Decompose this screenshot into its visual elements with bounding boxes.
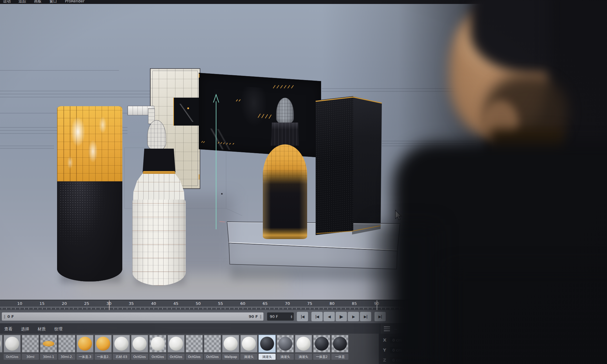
matmenu-item-1[interactable]: 选择 <box>21 326 29 331</box>
material-tile[interactable]: Wallpap <box>222 334 239 363</box>
material-tile[interactable]: OctGlos <box>131 334 148 363</box>
ruler-frame-label: 45 <box>173 301 178 306</box>
previous-frame-button[interactable]: ◀ <box>324 312 335 321</box>
material-tile[interactable]: 一体盖2. <box>95 334 112 363</box>
key-rotation-icon: ( ) <box>487 314 494 320</box>
material-tile[interactable] <box>0 334 2 363</box>
material-tile[interactable]: 一体盖 <box>331 334 348 363</box>
material-thumbnail <box>149 335 166 352</box>
coordinate-row-y: Y0 cm▲▼ <box>383 346 426 354</box>
coordinate-input-x[interactable]: 0 cm▲▼ <box>390 336 426 344</box>
ruler-frame-label: 20 <box>62 301 67 306</box>
play-forward-button[interactable]: ▶ <box>336 312 347 321</box>
key-position-icon <box>457 313 465 320</box>
material-tile[interactable]: 滴灌头 <box>277 334 294 363</box>
keyframe-selection-button[interactable] <box>439 311 453 322</box>
range-start-label: 0 F <box>7 314 14 319</box>
key-parameter-button[interactable]: P <box>498 311 512 322</box>
axis-label: X <box>427 338 433 342</box>
next-key-button[interactable]: ▶| <box>360 312 371 321</box>
ruler-frame-label: 40 <box>151 301 156 306</box>
material-label: OctGlos <box>168 354 185 360</box>
hamburger-menu-icon[interactable] <box>384 326 390 331</box>
matmenu-item-3[interactable]: 纹理 <box>54 326 63 331</box>
timeline-ruler[interactable]: 1015202530354045505560657075808590 <box>0 300 607 310</box>
material-tile[interactable]: OctGlos <box>186 334 203 363</box>
ruler-frame-label: 70 <box>285 301 290 306</box>
material-label: OctGlos <box>149 354 166 360</box>
material-tile[interactable]: 30ml-2. <box>58 334 75 363</box>
animation-toolbar: ‖ 0 F 90 F ‖ 90 F ▲▼ |◀|◀◀▶▶▶|▶| ( )P <box>0 310 607 323</box>
previous-key-button[interactable]: |◀ <box>311 312 323 321</box>
key-rotation-button[interactable]: ( ) <box>484 311 498 322</box>
ruler-frame-label: 15 <box>39 301 45 306</box>
key-scale-icon <box>473 314 479 320</box>
ruler-frame-label: 10 <box>17 301 22 306</box>
timeline-range-slider[interactable]: ‖ 0 F 90 F ‖ <box>2 312 263 321</box>
coordinate-row-x: X0 cm▲▼ <box>383 336 426 344</box>
material-tile[interactable]: 30ml <box>22 334 39 363</box>
material-label: 石材-03 <box>113 354 130 360</box>
material-tile[interactable]: 一体盖.3 <box>76 334 93 363</box>
material-thumbnail <box>186 335 203 352</box>
material-tile[interactable]: 一体盖2 <box>313 334 330 363</box>
material-tile[interactable]: 滴灌头 <box>295 334 312 363</box>
menu-item-1[interactable]: 追踪 <box>19 0 26 4</box>
range-left-handle[interactable]: ‖ <box>2 314 7 319</box>
menu-item-0[interactable]: 运动 <box>3 0 11 4</box>
monitor-photo: 运动追踪画板窗口ProRender <box>0 0 607 364</box>
ruler-frame-label: 55 <box>218 301 223 306</box>
material-tile[interactable]: 30ml-1 <box>40 334 57 363</box>
ruler-frame-label: 80 <box>330 301 335 306</box>
material-label: 滴灌头 <box>295 354 312 360</box>
frame-stepper[interactable]: ▲▼ <box>291 315 294 318</box>
material-tile[interactable]: OctGlos <box>4 334 21 363</box>
ruler-frame-label: 65 <box>263 301 268 306</box>
matmenu-item-2[interactable]: 材质 <box>38 326 46 331</box>
jump-to-start-button[interactable]: |◀ <box>297 312 308 321</box>
material-manager-menubar: 查看选择材质纹理 -- <box>0 323 607 334</box>
material-thumbnail <box>40 335 57 352</box>
material-thumbnail <box>295 335 312 352</box>
playhead[interactable] <box>377 300 377 311</box>
material-tile[interactable]: 石材-03 <box>113 334 130 363</box>
coordinate-input-z[interactable]: 0 cm▲▼ <box>390 356 426 364</box>
material-thumbnail <box>313 335 330 352</box>
matmenu-item-0[interactable]: 查看 <box>4 326 12 331</box>
menu-item-4[interactable]: ProRender <box>65 0 84 4</box>
material-tile[interactable]: OctGlos <box>149 334 166 363</box>
frame-marker <box>109 300 110 311</box>
key-scale-button[interactable] <box>469 311 483 322</box>
material-thumbnail <box>58 335 75 352</box>
viewport-3d[interactable]: 网格间距 : 10 <box>0 4 607 300</box>
material-thumbnail <box>22 335 39 352</box>
autokeying-button[interactable] <box>421 311 435 322</box>
material-label: 30ml <box>22 354 39 360</box>
current-frame-field[interactable]: 90 F ▲▼ <box>267 312 294 321</box>
ruler-frame-label: 60 <box>240 301 246 306</box>
record-active-objects-button[interactable] <box>406 311 420 322</box>
coordinate-input-x[interactable]: 0 cm▲▼ <box>433 336 469 344</box>
material-tile[interactable]: OctGlos <box>204 334 221 363</box>
next-frame-button[interactable]: ▶ <box>348 312 359 321</box>
material-thumbnail <box>76 335 93 352</box>
ruler-frame-label: 50 <box>196 301 201 306</box>
ruler-frame-label: 85 <box>352 301 357 306</box>
overflow-label: -- <box>394 327 397 331</box>
material-label: Wallpap <box>222 354 239 360</box>
material-tile[interactable]: 滴灌头 <box>240 334 257 363</box>
material-thumbnail <box>95 335 112 352</box>
coordinate-input-y[interactable]: 0 cm▲▼ <box>390 346 426 354</box>
menu-item-2[interactable]: 画板 <box>34 0 42 4</box>
material-tile[interactable]: OctGlos <box>168 334 185 363</box>
jump-to-end-button[interactable]: ▶| <box>375 312 386 321</box>
ruler-frame-label: 25 <box>84 301 89 306</box>
attribute-panel-header: -- <box>380 324 607 334</box>
material-thumbnail <box>113 335 130 352</box>
menu-item-3[interactable]: 窗口 <box>49 0 57 4</box>
material-tile-selected[interactable]: 滴灌头 <box>259 334 276 363</box>
material-label: OctGlos <box>4 354 21 360</box>
range-right-handle[interactable]: ‖ <box>258 314 263 319</box>
material-label: 一体盖 <box>331 354 348 360</box>
key-position-button[interactable] <box>454 311 468 322</box>
